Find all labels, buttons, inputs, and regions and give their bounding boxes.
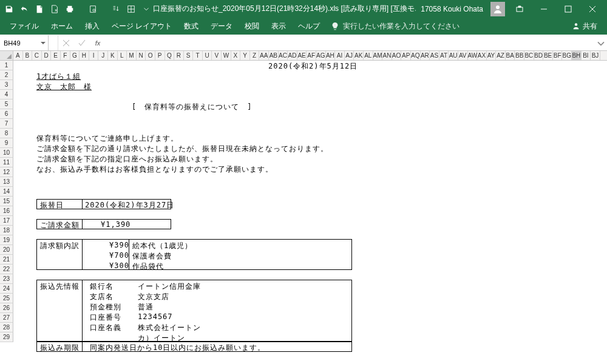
- row-header[interactable]: 10: [0, 148, 13, 158]
- col-header[interactable]: C: [32, 51, 42, 60]
- col-header[interactable]: AL: [364, 51, 373, 60]
- col-header[interactable]: AH: [326, 51, 336, 60]
- col-header[interactable]: BC: [524, 51, 534, 60]
- col-header[interactable]: H: [80, 51, 89, 60]
- name-box[interactable]: BH49: [0, 35, 49, 50]
- qat-customize-icon[interactable]: [140, 2, 153, 16]
- row-header[interactable]: 25: [0, 294, 13, 303]
- col-header[interactable]: AJ: [345, 51, 354, 60]
- col-header[interactable]: AD: [288, 51, 297, 60]
- user-avatar-icon[interactable]: [490, 2, 505, 16]
- ribbon-tab-データ[interactable]: データ: [205, 18, 239, 35]
- col-header[interactable]: BA: [506, 51, 515, 60]
- row-header[interactable]: 26: [0, 303, 13, 313]
- col-header[interactable]: N: [137, 51, 146, 60]
- row-header[interactable]: 13: [0, 177, 13, 187]
- row-header[interactable]: 5: [0, 99, 13, 109]
- col-header[interactable]: BE: [543, 51, 553, 60]
- col-header[interactable]: AB: [269, 51, 279, 60]
- col-header[interactable]: AV: [458, 51, 468, 60]
- cancel-icon[interactable]: [58, 35, 74, 50]
- col-header[interactable]: Y: [240, 51, 250, 60]
- ribbon-tab-校閲[interactable]: 校閲: [239, 18, 265, 35]
- col-header[interactable]: BD: [534, 51, 544, 60]
- col-header[interactable]: AT: [439, 51, 449, 60]
- col-header[interactable]: AF: [307, 51, 316, 60]
- col-header[interactable]: AO: [392, 51, 402, 60]
- col-header[interactable]: AK: [354, 51, 364, 60]
- col-header[interactable]: K: [108, 51, 118, 60]
- print-preview-icon[interactable]: [86, 2, 100, 16]
- expand-formula-icon[interactable]: [595, 35, 607, 50]
- open-icon[interactable]: [48, 2, 61, 16]
- col-header[interactable]: O: [146, 51, 155, 60]
- col-header[interactable]: S: [184, 51, 194, 60]
- row-header[interactable]: 28: [0, 323, 13, 332]
- share-button[interactable]: 共有: [566, 21, 603, 32]
- col-header[interactable]: U: [203, 51, 212, 60]
- row-header[interactable]: 27: [0, 313, 13, 323]
- col-header[interactable]: Q: [165, 51, 175, 60]
- col-header[interactable]: V: [212, 51, 222, 60]
- new-icon[interactable]: [33, 2, 46, 16]
- row-header[interactable]: 18: [0, 226, 13, 235]
- save-icon[interactable]: [2, 2, 16, 16]
- enter-icon[interactable]: [74, 35, 90, 50]
- col-header[interactable]: J: [98, 51, 108, 60]
- col-header[interactable]: M: [127, 51, 137, 60]
- col-header[interactable]: D: [42, 51, 52, 60]
- ribbon-options-icon[interactable]: [507, 1, 532, 18]
- col-header[interactable]: T: [193, 51, 203, 60]
- col-header[interactable]: AA: [259, 51, 269, 60]
- col-header[interactable]: R: [174, 51, 184, 60]
- col-header[interactable]: B: [23, 51, 33, 60]
- undo-icon[interactable]: [18, 2, 31, 16]
- row-header[interactable]: 29: [0, 332, 13, 342]
- col-header[interactable]: AR: [421, 51, 430, 60]
- row-header[interactable]: 17: [0, 216, 13, 226]
- col-header[interactable]: A: [13, 51, 23, 60]
- ribbon-tab-数式[interactable]: 数式: [178, 18, 205, 35]
- col-header[interactable]: G: [70, 51, 80, 60]
- row-header[interactable]: 12: [0, 167, 13, 177]
- col-header[interactable]: I: [89, 51, 99, 60]
- col-header[interactable]: AY: [487, 51, 497, 60]
- col-header[interactable]: BJ: [591, 51, 600, 60]
- minimize-icon[interactable]: [532, 1, 556, 18]
- row-header[interactable]: 24: [0, 284, 13, 294]
- col-header[interactable]: E: [51, 51, 61, 60]
- row-header[interactable]: 9: [0, 138, 13, 148]
- col-header[interactable]: AN: [382, 51, 392, 60]
- col-header[interactable]: BF: [553, 51, 563, 60]
- col-header[interactable]: X: [231, 51, 241, 60]
- ribbon-tab-挿入[interactable]: 挿入: [79, 18, 106, 35]
- select-all-corner[interactable]: [0, 51, 13, 60]
- row-header[interactable]: 19: [0, 235, 13, 245]
- row-header[interactable]: 22: [0, 265, 13, 274]
- maximize-icon[interactable]: [556, 1, 580, 18]
- ribbon-tab-ページ レイアウト[interactable]: ページ レイアウト: [106, 18, 178, 35]
- col-header[interactable]: AP: [401, 51, 411, 60]
- row-header[interactable]: 21: [0, 255, 13, 265]
- row-header[interactable]: 11: [0, 158, 13, 167]
- quick-print-icon[interactable]: [63, 2, 76, 16]
- col-header[interactable]: AQ: [411, 51, 421, 60]
- borders-icon[interactable]: [124, 2, 138, 16]
- row-header[interactable]: 1: [0, 61, 13, 70]
- fx-icon[interactable]: fx: [90, 35, 106, 50]
- row-header[interactable]: 8: [0, 129, 13, 138]
- close-icon[interactable]: [580, 1, 605, 18]
- col-header[interactable]: W: [222, 51, 231, 60]
- row-header[interactable]: 2: [0, 70, 13, 80]
- row-header[interactable]: 4: [0, 90, 13, 99]
- col-header[interactable]: BH: [572, 51, 582, 60]
- ribbon-tab-ファイル[interactable]: ファイル: [4, 18, 45, 35]
- col-header[interactable]: AE: [297, 51, 307, 60]
- col-header[interactable]: AW: [468, 51, 478, 60]
- col-header[interactable]: L: [118, 51, 127, 60]
- ribbon-tab-ホーム[interactable]: ホーム: [45, 18, 79, 35]
- col-header[interactable]: AM: [373, 51, 383, 60]
- col-header[interactable]: AU: [449, 51, 458, 60]
- col-header[interactable]: F: [61, 51, 70, 60]
- col-header[interactable]: AI: [335, 51, 345, 60]
